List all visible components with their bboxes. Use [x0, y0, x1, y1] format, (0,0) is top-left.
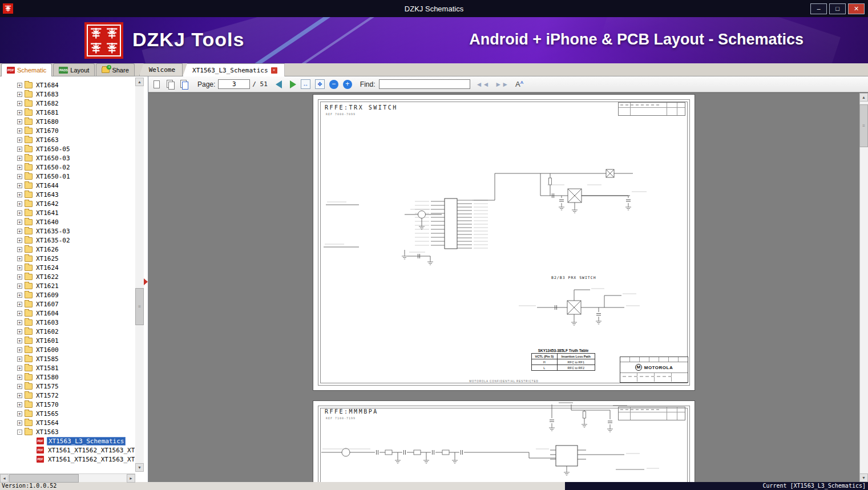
pdf-viewer[interactable]: RFFE:TRX SWITCH REF 7000-7099: [148, 92, 868, 482]
font-size-icon[interactable]: AA: [515, 80, 523, 88]
tree-folder-row[interactable]: + XT1650-03: [0, 153, 135, 163]
expand-icon[interactable]: +: [17, 174, 22, 179]
expand-icon[interactable]: +: [17, 302, 22, 307]
expand-icon[interactable]: +: [17, 110, 22, 115]
tab-schematic[interactable]: PDF Schematic: [1, 63, 52, 76]
tree-folder-row[interactable]: + XT1635-03: [0, 226, 135, 236]
tree-folder-row[interactable]: + XT1642: [0, 199, 135, 208]
tree-folder-row[interactable]: + XT1603: [0, 318, 135, 327]
expand-icon[interactable]: +: [17, 265, 22, 270]
tab-share[interactable]: + Share: [96, 63, 134, 76]
expand-icon[interactable]: +: [17, 338, 22, 343]
expand-icon[interactable]: +: [17, 256, 22, 261]
sidebar-vertical-scrollbar[interactable]: ▲ ≡ ▼: [135, 78, 144, 472]
doc-tab-welcome[interactable]: Welcome: [139, 63, 183, 76]
fit-page-icon[interactable]: ✥: [315, 79, 325, 89]
tree-folder-row[interactable]: + XT1626: [0, 245, 135, 254]
expand-icon[interactable]: +: [17, 83, 22, 88]
expand-icon[interactable]: +: [17, 311, 22, 316]
expand-icon[interactable]: +: [17, 274, 22, 280]
maximize-button[interactable]: □: [829, 3, 846, 14]
tree-folder-row[interactable]: + XT1635-02: [0, 236, 135, 245]
tree-folder-row[interactable]: + XT1643: [0, 190, 135, 199]
tree-folder-row[interactable]: + XT1601: [0, 336, 135, 345]
tree-folder-row[interactable]: + XT1575: [0, 382, 135, 391]
sidebar-horizontal-scrollbar[interactable]: ◄ ►: [0, 473, 135, 482]
expand-icon[interactable]: +: [17, 320, 22, 325]
doc-tab-current[interactable]: XT1563_L3_Schematics ✕: [183, 63, 284, 76]
expand-icon[interactable]: -: [17, 430, 22, 435]
tree-folder-row[interactable]: + XT1684: [0, 80, 135, 90]
tree-folder-row[interactable]: + XT1572: [0, 391, 135, 400]
page-number-input[interactable]: [218, 79, 250, 89]
copy-page-icon[interactable]: [165, 79, 176, 90]
expand-icon[interactable]: +: [17, 92, 22, 97]
expand-icon[interactable]: +: [17, 192, 22, 197]
expand-icon[interactable]: +: [17, 238, 22, 243]
tree-folder-row[interactable]: + XT1585: [0, 354, 135, 363]
expand-icon[interactable]: +: [17, 119, 22, 124]
expand-icon[interactable]: +: [17, 201, 22, 206]
expand-icon[interactable]: +: [17, 147, 22, 152]
scrollbar-thumb[interactable]: ≡: [859, 104, 868, 147]
tree-folder-row[interactable]: + XT1570: [0, 400, 135, 409]
expand-icon[interactable]: +: [17, 101, 22, 106]
tree-folder-row[interactable]: + XT1663: [0, 135, 135, 144]
expand-icon[interactable]: +: [17, 366, 22, 371]
minimize-button[interactable]: –: [810, 3, 827, 14]
next-page-icon[interactable]: [290, 80, 296, 88]
tree-folder-row[interactable]: + XT1581: [0, 363, 135, 372]
expand-icon[interactable]: +: [17, 183, 22, 188]
tree-folder-row[interactable]: + XT1682: [0, 99, 135, 108]
tree-folder-row[interactable]: + XT1680: [0, 117, 135, 126]
tree-folder-row[interactable]: + XT1565: [0, 409, 135, 418]
find-previous-icon[interactable]: ◄◄: [476, 80, 490, 88]
tree-folder-row[interactable]: + XT1650-01: [0, 172, 135, 181]
expand-icon[interactable]: +: [17, 411, 22, 416]
expand-icon[interactable]: +: [17, 165, 22, 170]
expand-icon[interactable]: +: [17, 357, 22, 362]
scroll-right-icon[interactable]: ►: [127, 474, 135, 483]
tree-document-row[interactable]: PDF XT1561_XT1562_XT1563_XT15: [0, 446, 135, 455]
scroll-left-icon[interactable]: ◄: [0, 474, 9, 483]
scroll-down-icon[interactable]: ▼: [135, 463, 144, 472]
tree-folder-row[interactable]: + XT1624: [0, 263, 135, 272]
fit-width-icon[interactable]: ↔: [301, 79, 310, 89]
zoom-out-icon[interactable]: −: [329, 80, 338, 89]
find-next-icon[interactable]: ►►: [495, 80, 508, 88]
tree-folder-row[interactable]: + XT1681: [0, 108, 135, 117]
zoom-in-icon[interactable]: +: [343, 80, 352, 89]
expand-icon[interactable]: +: [17, 393, 22, 398]
expand-icon[interactable]: +: [17, 329, 22, 334]
tree-folder-row[interactable]: + XT1609: [0, 290, 135, 299]
previous-page-icon[interactable]: [276, 80, 282, 88]
expand-icon[interactable]: +: [17, 156, 22, 161]
find-input[interactable]: [379, 79, 470, 89]
tree-folder-row[interactable]: + XT1607: [0, 299, 135, 309]
tree-folder-row[interactable]: + XT1650-05: [0, 144, 135, 153]
expand-icon[interactable]: +: [17, 293, 22, 298]
expand-icon[interactable]: +: [17, 420, 22, 426]
tree-folder-row[interactable]: + XT1683: [0, 90, 135, 99]
tree-folder-row[interactable]: - XT1563: [0, 427, 135, 436]
expand-icon[interactable]: +: [17, 347, 22, 353]
multi-page-icon[interactable]: [179, 79, 189, 90]
expand-icon[interactable]: +: [17, 384, 22, 389]
sidebar-collapse-arrow[interactable]: [144, 278, 148, 285]
viewer-vertical-scrollbar[interactable]: ▲ ≡ ▼: [859, 93, 868, 482]
scroll-up-icon[interactable]: ▲: [135, 78, 144, 86]
tree-document-row[interactable]: PDF XT1563_L3_Schematics: [0, 436, 135, 446]
tree-folder-row[interactable]: + XT1580: [0, 372, 135, 382]
expand-icon[interactable]: +: [17, 137, 22, 143]
scroll-down-icon[interactable]: ▼: [859, 473, 868, 482]
tree-folder-row[interactable]: + XT1670: [0, 126, 135, 135]
tree-folder-row[interactable]: + XT1602: [0, 327, 135, 336]
tree-folder-row[interactable]: + XT1650-02: [0, 163, 135, 172]
expand-icon[interactable]: +: [17, 210, 22, 216]
scrollbar-thumb[interactable]: ≡: [135, 288, 144, 325]
tree-folder-row[interactable]: + XT1625: [0, 254, 135, 263]
close-button[interactable]: ✕: [848, 3, 865, 14]
expand-icon[interactable]: +: [17, 402, 22, 407]
expand-icon[interactable]: +: [17, 128, 22, 133]
tree-folder-row[interactable]: + XT1604: [0, 309, 135, 318]
